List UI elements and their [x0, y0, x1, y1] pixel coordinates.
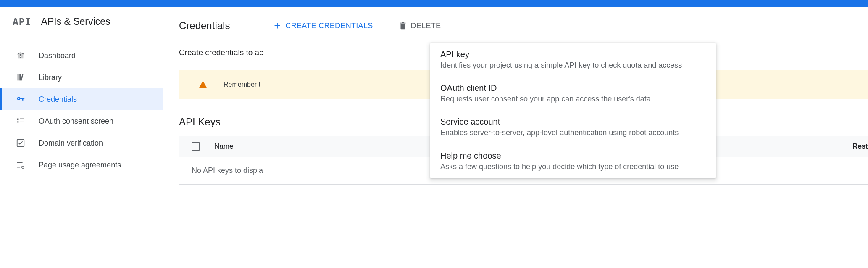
- column-restrictions: Rest: [852, 142, 868, 151]
- dropdown-item-service-account[interactable]: Service account Enables server-to-server…: [430, 110, 716, 144]
- dashboard-icon: [16, 51, 25, 60]
- svg-point-3: [20, 57, 21, 59]
- dropdown-item-title: API key: [440, 50, 706, 59]
- consent-icon: [16, 117, 25, 126]
- svg-rect-9: [17, 121, 19, 123]
- svg-rect-18: [203, 87, 203, 88]
- svg-rect-12: [17, 162, 23, 163]
- column-name: Name: [214, 142, 233, 151]
- dropdown-item-help-choose[interactable]: Help me choose Asks a few questions to h…: [430, 144, 716, 178]
- delete-label: DELETE: [411, 21, 441, 30]
- sidebar-title: APIs & Services: [41, 16, 110, 27]
- sidebar-item-label: Library: [39, 73, 62, 82]
- sidebar-item-label: Domain verification: [39, 139, 103, 148]
- sidebar-item-library[interactable]: Library: [0, 66, 163, 88]
- main-content: Credentials CREATE CREDENTIALS DELETE Cr…: [163, 7, 868, 268]
- dropdown-item-desc: Identifies your project using a simple A…: [440, 61, 706, 70]
- svg-rect-10: [20, 122, 24, 122]
- svg-rect-8: [20, 119, 24, 119]
- check-icon: [16, 138, 25, 148]
- svg-point-0: [18, 53, 19, 54]
- delete-button[interactable]: DELETE: [393, 18, 446, 34]
- dropdown-item-desc: Enables server-to-server, app-level auth…: [440, 128, 706, 137]
- dropdown-item-title: Service account: [440, 117, 706, 127]
- sidebar-item-oauth-consent[interactable]: OAuth consent screen: [0, 110, 163, 132]
- svg-rect-5: [19, 74, 21, 81]
- dropdown-item-api-key[interactable]: API key Identifies your project using a …: [430, 43, 716, 77]
- key-icon: [16, 95, 25, 104]
- sidebar-item-label: Credentials: [39, 95, 77, 104]
- svg-rect-4: [18, 74, 19, 81]
- sidebar-item-page-usage[interactable]: Page usage agreements: [0, 154, 163, 176]
- dropdown-item-desc: Asks a few questions to help you decide …: [440, 162, 706, 171]
- select-all-checkbox[interactable]: [192, 142, 200, 151]
- app-container: API APIs & Services Dashboard Library: [0, 7, 868, 268]
- plus-icon: [273, 21, 282, 30]
- sidebar-item-dashboard[interactable]: Dashboard: [0, 45, 163, 66]
- svg-rect-7: [17, 119, 19, 120]
- settings-list-icon: [16, 160, 25, 170]
- sidebar-header: API APIs & Services: [0, 7, 163, 37]
- svg-rect-13: [17, 165, 23, 165]
- svg-point-16: [23, 167, 24, 168]
- svg-rect-6: [21, 74, 23, 81]
- create-credentials-button[interactable]: CREATE CREDENTIALS: [268, 18, 378, 34]
- sidebar-item-label: Page usage agreements: [39, 161, 121, 170]
- svg-rect-17: [203, 83, 203, 86]
- svg-point-2: [22, 53, 24, 54]
- sidebar-item-label: OAuth consent screen: [39, 117, 113, 126]
- page-title: Credentials: [179, 20, 230, 32]
- main-header: Credentials CREATE CREDENTIALS DELETE: [163, 7, 868, 45]
- alert-text: Remember t: [224, 81, 260, 88]
- warning-icon: [198, 80, 208, 89]
- dropdown-item-desc: Requests user consent so your app can ac…: [440, 95, 706, 103]
- dropdown-item-title: OAuth client ID: [440, 83, 706, 93]
- dropdown-item-title: Help me choose: [440, 151, 706, 161]
- api-logo: API: [13, 16, 32, 27]
- create-label: CREATE CREDENTIALS: [285, 21, 373, 30]
- svg-rect-14: [17, 167, 20, 168]
- top-blue-bar: [0, 0, 868, 7]
- library-icon: [16, 73, 25, 82]
- dropdown-item-oauth-client[interactable]: OAuth client ID Requests user consent so…: [430, 77, 716, 110]
- svg-point-1: [20, 54, 21, 56]
- sidebar-nav: Dashboard Library Credentials OAuth cons…: [0, 37, 163, 176]
- create-credentials-dropdown: API key Identifies your project using a …: [430, 43, 716, 178]
- sidebar-item-label: Dashboard: [39, 51, 76, 60]
- sidebar-item-credentials[interactable]: Credentials: [0, 88, 163, 110]
- trash-icon: [398, 21, 408, 30]
- sidebar-item-domain-verification[interactable]: Domain verification: [0, 132, 163, 154]
- sidebar: API APIs & Services Dashboard Library: [0, 7, 163, 268]
